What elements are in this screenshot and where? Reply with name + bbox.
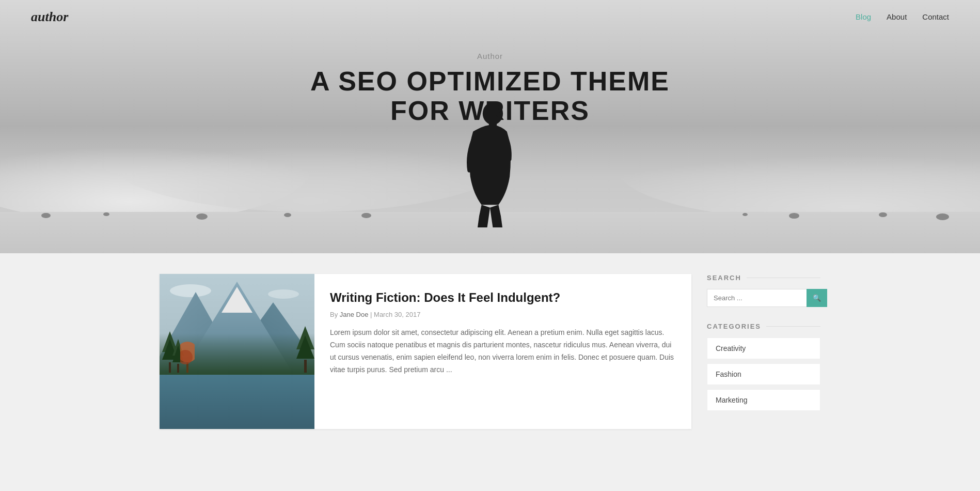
post-author: Jane Doe (340, 311, 369, 318)
bush-7 (936, 213, 949, 220)
main-posts: Writing Fiction: Does It Feel Indulgent?… (160, 274, 691, 444)
category-item-creativity[interactable]: Creativity (707, 337, 820, 359)
post-date: March 30, 2017 (374, 311, 420, 318)
category-item-marketing[interactable]: Marketing (707, 389, 820, 411)
nav-item-about[interactable]: About (887, 12, 907, 22)
bush-8 (742, 213, 748, 216)
logo[interactable]: author (31, 9, 68, 25)
search-box: 🔍 (707, 289, 820, 307)
main-nav: Blog About Contact (856, 12, 949, 22)
category-item-fashion[interactable]: Fashion (707, 363, 820, 385)
lake (160, 370, 314, 429)
bush-6 (879, 212, 887, 217)
search-section: SEARCH 🔍 (707, 274, 820, 307)
tree-group-right (296, 326, 314, 375)
sidebar: SEARCH 🔍 CATEGORIES Creativity Fashion M… (707, 274, 820, 444)
svg-rect-2 (169, 362, 171, 373)
search-heading: SEARCH (707, 274, 820, 282)
nav-item-blog[interactable]: Blog (856, 12, 871, 22)
post-meta: By Jane Doe | March 30, 2017 (330, 311, 676, 318)
content-area: Writing Fiction: Does It Feel Indulgent?… (129, 253, 851, 465)
bush-9 (361, 213, 371, 218)
nav-item-contact[interactable]: Contact (922, 12, 949, 22)
bush-1 (41, 213, 51, 218)
search-button[interactable]: 🔍 (807, 289, 827, 307)
post-title[interactable]: Writing Fiction: Does It Feel Indulgent? (330, 289, 676, 305)
hero-title-line2: FOR WRITERS (390, 96, 590, 126)
hero-text: Author A SEO OPTIMIZED THEME FOR WRITERS (310, 52, 670, 126)
hero-title: A SEO OPTIMIZED THEME FOR WRITERS (310, 67, 670, 126)
cloud-2 (268, 289, 299, 299)
hero-background (0, 0, 980, 253)
search-icon: 🔍 (813, 294, 821, 302)
nav-link-contact[interactable]: Contact (922, 12, 949, 21)
hero-title-line1: A SEO OPTIMIZED THEME (310, 66, 670, 96)
post-card: Writing Fiction: Does It Feel Indulgent?… (160, 274, 691, 429)
post-image (160, 274, 314, 429)
svg-rect-5 (177, 364, 179, 373)
nav-link-about[interactable]: About (887, 12, 907, 21)
nav-list: Blog About Contact (856, 12, 949, 22)
autumn-tree-1 (180, 336, 195, 375)
dune-3 (619, 119, 980, 222)
hero-subtitle: Author (310, 52, 670, 60)
mountain-scene (160, 274, 314, 429)
search-input[interactable] (707, 289, 807, 307)
bush-3 (196, 213, 208, 220)
bush-5 (789, 213, 799, 219)
cloud-1 (170, 284, 211, 297)
categories-heading: CATEGORIES (707, 323, 820, 330)
svg-rect-8 (304, 360, 307, 373)
bush-4 (284, 213, 291, 217)
categories-section: CATEGORIES Creativity Fashion Marketing (707, 323, 820, 411)
nav-link-blog[interactable]: Blog (856, 12, 871, 21)
bush-2 (103, 212, 109, 216)
post-excerpt: Lorem ipsum dolor sit amet, consectetur … (330, 327, 676, 376)
header: author Blog About Contact (0, 0, 980, 34)
hero-section: Author A SEO OPTIMIZED THEME FOR WRITERS (0, 0, 980, 253)
post-body: Writing Fiction: Does It Feel Indulgent?… (314, 274, 691, 429)
